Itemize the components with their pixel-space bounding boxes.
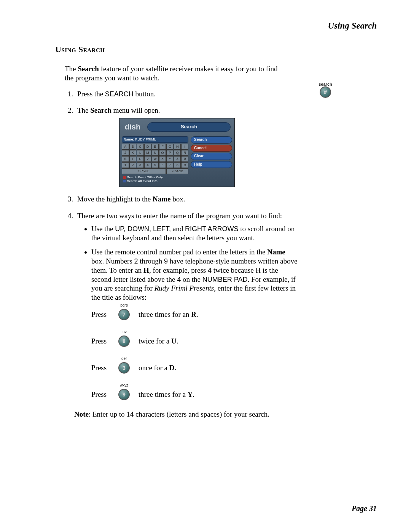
key-a: A <box>122 144 129 150</box>
key-6: 6 <box>159 162 166 168</box>
clear-button: Clear <box>191 153 232 160</box>
key-0: 0 <box>181 156 188 162</box>
running-header: Using Search <box>55 21 377 31</box>
key-w: W <box>151 156 159 162</box>
press-description: three times for a Y. <box>139 390 194 399</box>
screenshot-title: Search <box>147 122 231 131</box>
press-description: three times for an R. <box>139 310 198 319</box>
key-8: 8 <box>174 162 181 168</box>
text: The <box>77 106 90 114</box>
side-buttons: Search Cancel Clear Help <box>191 136 232 174</box>
key-x: X <box>159 156 166 162</box>
text: The <box>65 65 78 73</box>
search-button: Search <box>191 136 232 144</box>
key-v: V <box>144 156 151 162</box>
note-text: : Enter up to 14 characters (letters and… <box>89 410 269 418</box>
key-m: M <box>144 150 151 156</box>
screenshot-body: Name: RUDY FRIML_ ABCDEFGHIJKLMNOPQRSTUV… <box>122 136 232 174</box>
text: box. Numbers <box>91 257 134 265</box>
key-j: J <box>122 150 129 156</box>
name-field: Name: RUDY FRIML_ <box>122 136 188 143</box>
italic-title: Rudy Friml Presents <box>155 284 214 292</box>
press-description: twice for a U. <box>139 337 178 346</box>
key-c: C <box>137 144 144 150</box>
text: Move the highlight to the <box>77 195 153 203</box>
virtual-keyboard: ABCDEFGHIJKLMNOPQRSTUVWXYZ0123456789SPAC… <box>122 144 188 174</box>
smallcaps: NUMBER PAD <box>202 276 248 283</box>
text: box. <box>170 195 185 203</box>
key-g: G <box>166 144 174 150</box>
text: Use the <box>91 225 115 233</box>
page: Using Search Using Search The Search fea… <box>0 0 411 532</box>
keyboard-area: Name: RUDY FRIML_ ABCDEFGHIJKLMNOPQRSTUV… <box>122 136 188 174</box>
bold-search: Search <box>78 65 99 73</box>
bold-search: Search <box>90 106 112 114</box>
text: Press the <box>77 90 105 98</box>
key-n: N <box>151 150 159 156</box>
button-letters: wxyz <box>116 383 132 388</box>
bold: H <box>143 266 149 274</box>
key-1: 1 <box>122 162 129 168</box>
smallcaps: 4 <box>177 276 181 283</box>
key-y: Y <box>166 156 174 162</box>
key-i: I <box>181 144 188 150</box>
smallcaps: RIGHT ARROWS <box>185 225 239 233</box>
press-row: Presswxyz9three times for a Y. <box>91 389 299 400</box>
press-letter: D <box>169 364 175 372</box>
key-9: 9 <box>181 162 188 168</box>
press-letter: Y <box>188 390 193 398</box>
remote-button-7: pqrs7 <box>116 309 132 320</box>
key-h: H <box>174 144 181 150</box>
key-l: L <box>137 150 144 156</box>
key-f: F <box>159 144 166 150</box>
intro-paragraph: The Search feature of your satellite rec… <box>65 64 278 83</box>
text: button. <box>134 90 156 98</box>
steps-list: Press the SEARCH button. The Search menu… <box>55 89 299 400</box>
remote-button-3: def3 <box>116 362 132 374</box>
red-square-icon <box>123 176 126 179</box>
screenshot-options: Search Event Titles Only Search All Even… <box>122 176 232 183</box>
blue-square-icon <box>123 180 126 182</box>
press-letter: U <box>171 337 177 345</box>
cancel-button: Cancel <box>191 145 232 152</box>
key-5: 5 <box>151 162 159 168</box>
key-o: O <box>159 150 166 156</box>
note-label: Note <box>74 410 89 418</box>
smallcaps: 2 <box>134 257 138 265</box>
key-k: K <box>129 150 137 156</box>
note: Note: Enter up to 14 characters (letters… <box>74 410 287 419</box>
text: on the <box>181 275 202 283</box>
number-button-icon: 8 <box>118 335 130 347</box>
step-2: The Search menu will open. dish Search N… <box>75 106 299 187</box>
text: menu will open. <box>112 106 160 114</box>
button-letters: tuv <box>116 330 132 335</box>
option-titles-only: Search Event Titles Only <box>127 176 163 179</box>
text: and <box>171 225 185 233</box>
button-letters: def <box>116 356 132 361</box>
key-t: T <box>129 156 137 162</box>
bold: Name <box>267 248 285 256</box>
press-row: Pressdef3once for a D. <box>91 362 299 374</box>
key-u: U <box>137 156 144 162</box>
step-4: There are two ways to enter the name of … <box>75 211 299 400</box>
number-button-icon: 9 <box>118 389 130 400</box>
press-label: Press <box>91 310 110 319</box>
dish-logo: dish <box>122 121 143 133</box>
search-menu-screenshot: dish Search Name: RUDY FRIML_ ABCDEFGHIJ… <box>119 118 235 187</box>
remote-button-9: wxyz9 <box>116 389 132 400</box>
key-s: S <box>122 156 129 162</box>
key-4: 4 <box>144 162 151 168</box>
key-q: Q <box>174 150 181 156</box>
key-2: 2 <box>129 162 137 168</box>
press-button-list: Presspqrs7three times for an R.Presstuv8… <box>91 309 299 400</box>
key-p: P <box>166 150 174 156</box>
search-button-icon: # <box>320 86 331 98</box>
key-d: D <box>144 144 151 150</box>
name-value: RUDY FRIML_ <box>135 137 158 141</box>
press-label: Press <box>91 390 110 399</box>
key-space: SPACE <box>122 168 166 174</box>
button-letters: pqrs <box>116 303 132 308</box>
key-z: Z <box>174 156 181 162</box>
section-title: Using Search <box>55 45 272 57</box>
remote-search-button-figure: search # <box>316 82 335 98</box>
